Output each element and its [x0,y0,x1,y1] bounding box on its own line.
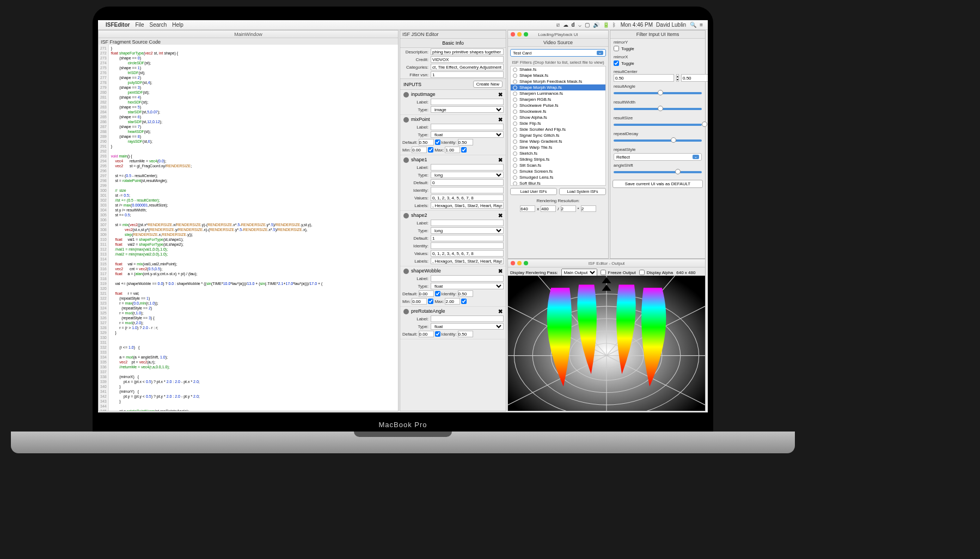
filter-list-item[interactable]: Sharpen RGB.fs [511,96,605,102]
menu-file[interactable]: File [135,22,144,28]
input-type-select[interactable]: float [431,323,504,330]
volume-icon[interactable]: 🔊 [593,22,599,28]
minimize-window-icon[interactable] [517,261,522,265]
menubar-clock[interactable]: Mon 4:46 PM [621,22,653,28]
default-input[interactable] [431,179,504,186]
spotlight-icon[interactable]: 🔍 [690,22,696,28]
identity-input[interactable] [431,187,504,193]
sidebar-icon[interactable]: ≡ [700,22,703,28]
mirrorY-toggle[interactable] [614,46,619,51]
freeze-output-checkbox[interactable] [601,270,606,275]
repeatStyle-select[interactable]: Reflect⌄ [614,153,702,161]
load-user-isfs-button[interactable]: Load User ISFs [510,188,557,195]
labels-input[interactable] [431,258,504,264]
filter-list-item[interactable]: Shape Morph Wrap.fs [511,84,605,90]
cloud-icon[interactable]: ☁ [563,22,568,28]
d-icon[interactable]: d [572,22,575,28]
angleShift-slider[interactable] [614,171,702,173]
create-new-button[interactable]: Create New [473,81,503,88]
filter-list-item[interactable]: Shockwave Pulse.fs [511,102,605,108]
values-input[interactable] [431,195,504,201]
filter-list-item[interactable]: Signal Sync Glitch.fs [511,132,605,138]
identity-checkbox[interactable] [435,291,440,296]
input-type-select[interactable]: long [431,227,504,234]
input-label-field[interactable] [431,99,504,105]
isf-filter-list[interactable]: Shake.fsShape Mask.fsShape Morph Feedbac… [510,66,606,186]
load-system-isfs-button[interactable]: Load System ISFs [559,188,606,195]
close-window-icon[interactable] [511,32,515,37]
screen-record-icon[interactable]: ⎚ [556,22,560,28]
resolution-mul-input[interactable] [581,205,596,212]
filter-list-item[interactable]: Sine Warp Gradient.fs [511,138,605,144]
resolution-height-input[interactable] [541,205,556,212]
input-label-field[interactable] [431,275,504,282]
menubar-user[interactable]: David Lublin [656,22,686,28]
filter-list-item[interactable]: Sharpen Luminance.fs [511,90,605,96]
display-icon[interactable]: ▢ [585,22,590,28]
identity-input[interactable] [458,331,473,337]
max-checkbox[interactable] [428,147,433,153]
resultCenter-x-input[interactable] [614,74,674,82]
menu-help[interactable]: Help [172,22,183,28]
input-type-select[interactable]: long [431,172,504,178]
remove-input-icon[interactable]: ✖ [498,212,503,218]
max-checkbox[interactable] [428,299,433,304]
battery-icon[interactable]: 🔋 [603,22,609,28]
filter-list-item[interactable]: Sliding Strips.fs [511,156,605,162]
remove-input-icon[interactable]: ✖ [498,92,503,98]
filter-list-item[interactable]: Sine Warp Tile.fs [511,144,605,150]
input-label-field[interactable] [431,315,504,322]
input-type-select[interactable]: float [431,283,504,289]
bluetooth-icon[interactable]: ᛒ [612,22,616,28]
code-editor[interactable]: 271 272 273 274 275 276 277 278 279 280 … [99,45,398,411]
filter-list-item[interactable]: Slit Scan.fs [511,162,605,168]
filter-list-item[interactable]: Smoke Screen.fs [511,168,605,174]
input-label-field[interactable] [431,220,504,226]
default-input[interactable] [419,331,434,337]
video-source-dropdown[interactable]: Test Card ⌄ [510,49,606,57]
labels-input[interactable] [431,202,504,209]
credit-input[interactable] [431,56,504,63]
identity-input[interactable] [431,242,504,249]
remove-input-icon[interactable]: ✖ [498,157,503,163]
stepper-icon[interactable]: ▴▾ [676,74,679,82]
resultCenter-y-input[interactable] [681,74,708,82]
remove-input-icon[interactable]: ✖ [498,117,503,123]
filter-list-item[interactable]: Show Alpha.fs [511,114,605,120]
default-input[interactable] [419,139,434,145]
close-window-icon[interactable] [511,261,515,265]
mirrorX-toggle[interactable] [614,60,619,66]
default-input[interactable] [419,290,434,297]
categories-input[interactable] [431,64,504,70]
filter-list-item[interactable]: Soft Blur.fs [511,180,605,186]
filter-list-item[interactable]: Shape Mask.fs [511,72,605,78]
input-type-select[interactable]: image [431,106,504,113]
min-input[interactable] [412,298,427,305]
filtervsn-input[interactable] [431,71,504,78]
input-label-field[interactable] [431,124,504,130]
filter-list-item[interactable]: Shockwave.fs [511,108,605,114]
filter-list-item[interactable]: Side Flip.fs [511,120,605,126]
zoom-window-icon[interactable] [524,261,528,265]
filter-list-item[interactable]: Smudged Lens.fs [511,174,605,180]
zoom-window-icon[interactable] [524,32,528,37]
description-input[interactable] [431,48,504,55]
app-name[interactable]: ISFEditor [106,22,130,28]
filter-list-item[interactable]: Sketch.fs [511,150,605,156]
max-input[interactable] [445,298,460,305]
remove-input-icon[interactable]: ✖ [498,268,503,274]
identity-input[interactable] [458,139,473,145]
filter-list-item[interactable]: Shake.fs [511,66,605,72]
resultWidth-slider[interactable] [614,108,702,110]
menu-search[interactable]: Search [150,22,167,28]
repeatDecay-slider[interactable] [614,139,702,142]
filter-list-item[interactable]: Side Scroller And Flip.fs [511,126,605,132]
filter-ui-tab[interactable]: Filter Input UI Items [610,31,705,39]
resolution-width-input[interactable] [520,205,535,212]
rendering-pass-select[interactable]: Main Output [561,269,597,276]
resultSize-slider[interactable] [614,124,702,126]
input-type-select[interactable]: float [431,131,504,138]
identity-checkbox[interactable] [435,139,440,145]
min-input[interactable] [412,147,427,153]
max-input[interactable] [445,147,460,153]
